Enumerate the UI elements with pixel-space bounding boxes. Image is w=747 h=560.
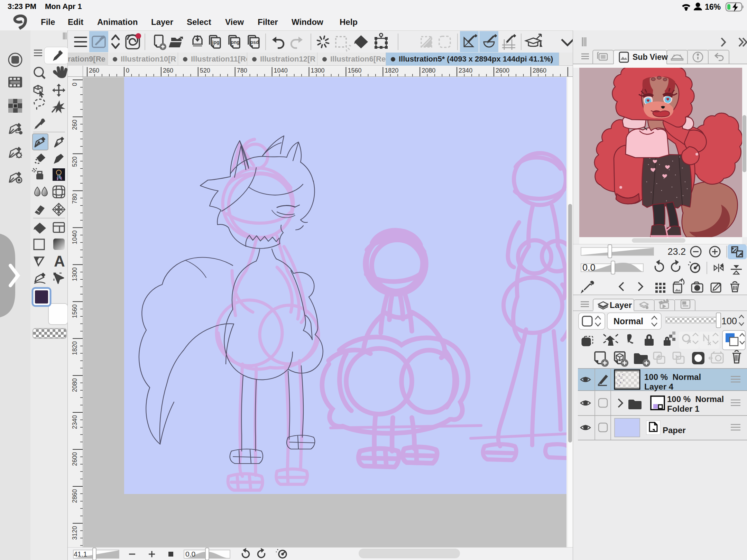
svg-text:1040: 1040 (274, 67, 288, 74)
svg-text:Paper: Paper (663, 426, 686, 435)
svg-text:100: 100 (721, 316, 737, 326)
svg-text:2860: 2860 (533, 67, 546, 74)
svg-text:520: 520 (200, 67, 210, 74)
svg-text:100 % Normal: 100 % Normal (667, 394, 724, 404)
svg-text:1040: 1040 (71, 231, 78, 244)
svg-text:1300: 1300 (311, 67, 325, 74)
svg-text:260: 260 (163, 67, 173, 74)
svg-text:png: png (231, 39, 240, 45)
svg-text:23.2: 23.2 (667, 246, 686, 257)
svg-text:41.1: 41.1 (74, 550, 87, 558)
svg-text:psd: psd (250, 39, 259, 45)
svg-text:260: 260 (71, 120, 78, 130)
svg-text:0.0: 0.0 (582, 262, 596, 273)
svg-text:3120: 3120 (71, 526, 78, 540)
svg-text:2340: 2340 (459, 67, 472, 74)
svg-text:2860: 2860 (71, 489, 78, 503)
svg-text:0.0: 0.0 (185, 550, 195, 558)
svg-text:1820: 1820 (71, 341, 78, 355)
svg-text:2340: 2340 (71, 415, 78, 429)
svg-text:Layer: Layer (610, 300, 632, 310)
svg-text:A: A (54, 253, 65, 270)
svg-text:260: 260 (89, 67, 99, 74)
svg-text:1820: 1820 (385, 67, 398, 74)
svg-text:780: 780 (71, 194, 78, 204)
svg-text:1560: 1560 (71, 304, 78, 318)
svg-text:2080: 2080 (422, 67, 435, 74)
svg-text:Folder 1: Folder 1 (667, 404, 699, 413)
svg-text:Normal: Normal (614, 316, 643, 326)
svg-text:1560: 1560 (348, 67, 361, 74)
svg-text:1300: 1300 (71, 268, 78, 281)
svg-text:Sub View: Sub View (633, 53, 668, 62)
svg-text:2080: 2080 (71, 378, 78, 392)
svg-text:jpg: jpg (212, 39, 220, 45)
svg-text:0: 0 (71, 83, 78, 86)
svg-text:100 % Normal: 100 % Normal (644, 372, 701, 382)
svg-text:0: 0 (126, 67, 129, 74)
svg-text:16%: 16% (705, 2, 721, 11)
svg-text:2600: 2600 (71, 452, 78, 466)
svg-text:2600: 2600 (496, 67, 509, 74)
svg-text:Layer 4: Layer 4 (644, 382, 674, 391)
svg-text:780: 780 (237, 67, 247, 74)
svg-text:520: 520 (71, 157, 78, 167)
